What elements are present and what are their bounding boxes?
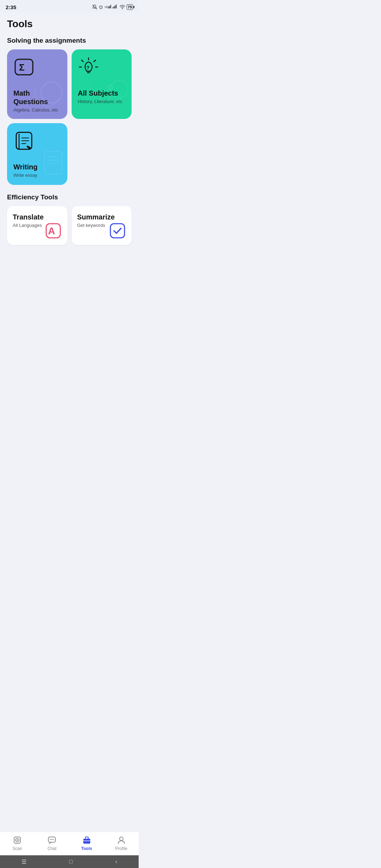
svg-line-25 xyxy=(81,60,83,62)
efficiency-cards: Translate All Languages A Summarize Get … xyxy=(7,206,132,245)
cards-grid: ∑ ♪ π Σ MathQuestions Algebra, Calculus,… xyxy=(7,49,132,185)
subjects-bg-decoration: V xyxy=(84,78,130,117)
svg-line-23 xyxy=(94,60,96,62)
efficiency-section: Efficiency Tools Translate All Languages… xyxy=(7,193,132,245)
translate-icon: A xyxy=(45,222,62,239)
svg-rect-7 xyxy=(113,7,113,8)
svg-rect-3 xyxy=(108,7,109,8)
alarm-icon xyxy=(98,5,103,10)
page-title: Tools xyxy=(7,18,132,30)
math-icon: Σ xyxy=(13,56,35,78)
svg-line-0 xyxy=(92,5,97,10)
svg-rect-10 xyxy=(116,5,116,8)
signal-icon-2 xyxy=(113,5,118,10)
battery-icon: 79 xyxy=(127,4,133,10)
summarize-icon xyxy=(109,222,126,239)
writing-card[interactable]: ✎ Writing Write essay xyxy=(7,123,67,185)
svg-rect-30 xyxy=(44,151,62,174)
subjects-card[interactable]: V ? All Subjects xyxy=(72,49,132,119)
mute-icon xyxy=(92,5,97,10)
svg-text:Σ: Σ xyxy=(19,62,25,73)
math-card[interactable]: ∑ ♪ π Σ MathQuestions Algebra, Calculus,… xyxy=(7,49,67,119)
svg-rect-9 xyxy=(115,5,115,8)
assignments-section: Solving the assignments ∑ ♪ π Σ MathQues… xyxy=(7,37,132,185)
wifi-icon xyxy=(120,5,125,10)
svg-rect-8 xyxy=(114,6,114,8)
svg-rect-43 xyxy=(110,224,125,238)
svg-text:♪: ♪ xyxy=(44,82,48,89)
summarize-card[interactable]: Summarize Get keywords xyxy=(72,206,132,245)
svg-text:V: V xyxy=(91,89,95,95)
svg-rect-5 xyxy=(110,6,110,8)
subjects-icon: ? xyxy=(78,56,99,78)
translate-card-title: Translate xyxy=(13,213,62,221)
status-time: 2:35 xyxy=(6,4,16,10)
svg-rect-6 xyxy=(110,5,111,8)
status-bar: 2:35 HD xyxy=(0,0,139,13)
efficiency-section-title: Efficiency Tools xyxy=(7,193,132,201)
main-content: Tools Solving the assignments ∑ ♪ π Σ xyxy=(0,13,139,293)
svg-text:∑: ∑ xyxy=(32,87,39,98)
svg-point-12 xyxy=(41,82,62,103)
svg-point-18 xyxy=(110,80,128,98)
subjects-card-subtitle: History, Literature, etc xyxy=(78,99,126,104)
svg-rect-4 xyxy=(109,6,110,8)
svg-text:✎: ✎ xyxy=(23,159,29,167)
status-icons: HD 79 xyxy=(92,4,133,10)
svg-point-11 xyxy=(122,8,123,9)
signal-icon-1: HD xyxy=(105,5,111,10)
svg-text:?: ? xyxy=(86,65,90,71)
svg-text:A: A xyxy=(48,225,55,236)
translate-card[interactable]: Translate All Languages A xyxy=(7,206,67,245)
math-card-subtitle: Algebra, Calculus, etc xyxy=(13,107,61,113)
assignments-section-title: Solving the assignments xyxy=(7,37,132,44)
writing-card-subtitle: Write essay xyxy=(13,173,61,178)
summarize-card-title: Summarize xyxy=(77,213,126,221)
